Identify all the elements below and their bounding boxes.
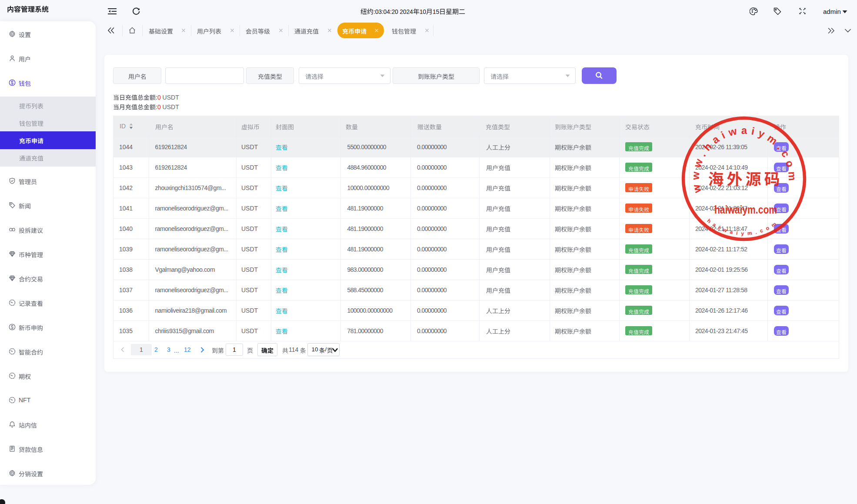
svg-text:haiwaiym.com: haiwaiym.com <box>714 204 777 216</box>
svg-text:www.haiwaiym.com: www.haiwaiym.com <box>690 124 799 194</box>
